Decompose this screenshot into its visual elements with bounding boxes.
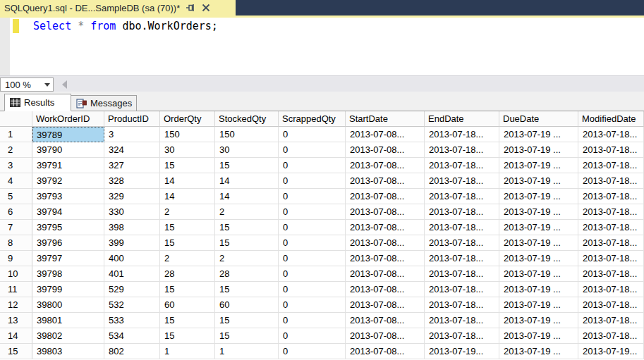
row-number[interactable]: 15 [0,344,32,359]
grid-cell[interactable]: 2013-07-18... [578,142,644,158]
grid-cell[interactable]: 330 [104,204,160,220]
grid-cell[interactable]: 534 [104,328,160,344]
grid-cell[interactable]: 39789 [32,127,104,142]
grid-cell[interactable]: 14 [160,189,215,204]
grid-cell[interactable]: 39799 [32,282,104,297]
close-icon[interactable] [201,3,211,13]
grid-cell[interactable]: 15 [215,220,279,235]
grid-cell[interactable]: 14 [160,173,215,189]
grid-cell[interactable]: 0 [279,251,346,266]
grid-cell[interactable]: 15 [215,282,279,297]
grid-cell[interactable]: 0 [279,297,346,313]
grid-cell[interactable]: 2013-07-19 ... [499,328,578,344]
grid-cell[interactable]: 2013-07-08... [346,297,425,313]
row-number[interactable]: 2 [0,142,32,158]
grid-cell[interactable]: 2013-07-19 ... [499,142,578,158]
column-header-workorderid[interactable]: WorkOrderID [32,111,104,127]
grid-cell[interactable]: 2013-07-19 ... [499,282,578,297]
grid-cell[interactable]: 2013-07-18... [425,142,499,158]
row-number[interactable]: 9 [0,251,32,266]
grid-cell[interactable]: 60 [215,297,279,313]
grid-cell[interactable]: 0 [279,173,346,189]
grid-cell[interactable]: 2013-07-18... [425,127,499,142]
grid-cell[interactable]: 0 [279,189,346,204]
grid-cell[interactable]: 150 [160,127,215,142]
grid-cell[interactable]: 0 [279,142,346,158]
grid-cell[interactable]: 2013-07-18... [578,204,644,220]
grid-cell[interactable]: 1 [215,344,279,359]
grid-cell[interactable]: 2013-07-18... [578,173,644,189]
grid-cell[interactable]: 532 [104,297,160,313]
column-header-duedate[interactable]: DueDate [499,111,578,127]
grid-cell[interactable]: 28 [160,266,215,282]
row-number[interactable]: 1 [0,127,32,142]
grid-cell[interactable]: 2013-07-19 ... [499,189,578,204]
grid-cell[interactable]: 15 [215,328,279,344]
grid-cell[interactable]: 2 [215,251,279,266]
grid-cell[interactable]: 2013-07-08... [346,235,425,251]
column-header-startdate[interactable]: StartDate [346,111,425,127]
grid-cell[interactable]: 2013-07-18... [578,297,644,313]
grid-cell[interactable]: 15 [160,282,215,297]
grid-cell[interactable]: 0 [279,127,346,142]
grid-cell[interactable]: 2013-07-08... [346,282,425,297]
grid-cell[interactable]: 0 [279,235,346,251]
grid-cell[interactable]: 2013-07-18... [425,297,499,313]
grid-cell[interactable]: 0 [279,220,346,235]
grid-cell[interactable]: 39798 [32,266,104,282]
grid-cell[interactable]: 2013-07-18... [425,158,499,173]
grid-cell[interactable]: 2013-07-19 ... [499,127,578,142]
grid-cell[interactable]: 2013-07-18... [425,235,499,251]
row-number[interactable]: 3 [0,158,32,173]
grid-cell[interactable]: 15 [160,328,215,344]
grid-cell[interactable]: 2013-07-18... [578,158,644,173]
query-text[interactable]: Select*fromdbo.WorkOrders; [33,20,218,33]
grid-cell[interactable]: 39791 [32,158,104,173]
grid-cell[interactable]: 2013-07-19 ... [499,235,578,251]
grid-cell[interactable]: 401 [104,266,160,282]
grid-cell[interactable]: 30 [160,142,215,158]
column-header-productid[interactable]: ProductID [104,111,160,127]
grid-cell[interactable]: 150 [215,127,279,142]
row-number[interactable]: 4 [0,173,32,189]
grid-cell[interactable]: 39803 [32,344,104,359]
grid-cell[interactable]: 15 [160,158,215,173]
grid-cell[interactable]: 2013-07-18... [578,328,644,344]
row-number[interactable]: 6 [0,204,32,220]
grid-cell[interactable]: 39795 [32,220,104,235]
grid-cell[interactable]: 39797 [32,251,104,266]
grid-cell[interactable]: 0 [279,266,346,282]
grid-cell[interactable]: 802 [104,344,160,359]
grid-cell[interactable]: 2013-07-18... [578,127,644,142]
row-number[interactable]: 8 [0,235,32,251]
grid-cell[interactable]: 2013-07-08... [346,204,425,220]
grid-cell[interactable]: 39793 [32,189,104,204]
grid-cell[interactable]: 529 [104,282,160,297]
grid-cell[interactable]: 14 [215,189,279,204]
grid-cell[interactable]: 2013-07-19... [425,344,499,359]
grid-cell[interactable]: 2013-07-18... [425,220,499,235]
grid-cell[interactable]: 0 [279,282,346,297]
grid-cell[interactable]: 2013-07-08... [346,251,425,266]
grid-cell[interactable]: 2013-07-19 ... [499,204,578,220]
row-number[interactable]: 14 [0,328,32,344]
grid-cell[interactable]: 2013-07-18... [578,235,644,251]
grid-cell[interactable]: 2013-07-18... [578,313,644,328]
query-editor[interactable]: Select*fromdbo.WorkOrders; [0,18,644,75]
grid-cell[interactable]: 2013-07-08... [346,220,425,235]
grid-cell[interactable]: 327 [104,158,160,173]
grid-cell[interactable]: 15 [160,235,215,251]
column-header-modifieddate[interactable]: ModifiedDate [578,111,644,127]
grid-cell[interactable]: 400 [104,251,160,266]
grid-cell[interactable]: 0 [279,313,346,328]
grid-cell[interactable]: 2013-07-18... [578,282,644,297]
grid-cell[interactable]: 15 [215,313,279,328]
grid-cell[interactable]: 2013-07-19 ... [499,297,578,313]
grid-cell[interactable]: 2013-07-19 ... [499,251,578,266]
grid-cell[interactable]: 2 [160,204,215,220]
grid-cell[interactable]: 2013-07-08... [346,142,425,158]
grid-cell[interactable]: 329 [104,189,160,204]
grid-cell[interactable]: 2013-07-08... [346,127,425,142]
grid-cell[interactable]: 533 [104,313,160,328]
row-number[interactable]: 10 [0,266,32,282]
